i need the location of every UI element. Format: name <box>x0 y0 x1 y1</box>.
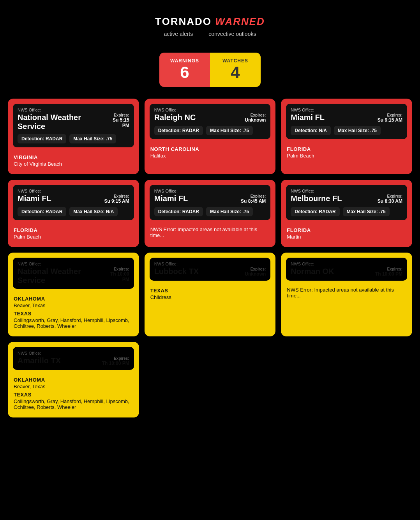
card-body: FLORIDAPalm Beach <box>286 142 407 161</box>
nws-office: National Weather Service <box>18 267 81 285</box>
expires-label: Expires: <box>241 194 266 198</box>
hail-badge: Max Hail Size: .75 <box>334 126 381 135</box>
card-nws-block: NWS Office:Lubbock TXExpires:Unknown <box>150 258 271 281</box>
card-nws-block: NWS Office:Miami FLExpires:Su 9:15 AMDet… <box>13 185 134 220</box>
warning-card[interactable]: NWS Office:Miami FLExpires:Su 8:45 AMDet… <box>145 180 276 247</box>
nav-active-alerts[interactable]: active alerts <box>164 31 193 37</box>
nws-label: NWS Office: <box>291 262 402 266</box>
detection-badge: Detection: RADAR <box>18 134 66 143</box>
warnings-summary: WARNINGS 6 <box>159 53 210 87</box>
nws-label: NWS Office: <box>18 351 129 356</box>
card-body: OKLAHOMABeaver, TexasTEXASCollingsworth,… <box>13 373 134 412</box>
expires-label: Expires: <box>378 113 402 117</box>
state-label: FLORIDA <box>287 146 406 152</box>
card-nws-block: NWS Office:Norman OKExpires:Th 10:00 PM <box>286 258 407 281</box>
card-nws-block: NWS Office:National Weather ServiceExpir… <box>13 258 134 289</box>
expires-value: Unknown <box>245 271 266 277</box>
nws-label: NWS Office: <box>291 189 402 193</box>
watches-row-1: NWS Office:National Weather ServiceExpir… <box>8 253 412 336</box>
expires-value: Unknown <box>245 117 266 123</box>
detection-badge: Detection: RADAR <box>154 126 203 135</box>
state-label: FLORIDA <box>14 227 133 233</box>
county-label: Beaver, Texas <box>14 384 133 389</box>
hail-badge: Max Hail Size: .75 <box>206 207 253 216</box>
warning-card[interactable]: NWS Office:Miami FLExpires:Su 9:15 AMDet… <box>8 180 139 247</box>
county-label: Palm Beach <box>14 234 133 240</box>
county-label: Childress <box>150 294 270 300</box>
expires-label: Expires: <box>113 113 129 117</box>
page-header: TORNADO WARNED active alerts convective … <box>8 8 412 41</box>
watch-card[interactable]: NWS Office:Amarillo TXExpires:Th 10:00 P… <box>8 342 139 417</box>
nws-label: NWS Office: <box>154 189 266 193</box>
nws-office: Lubbock TX <box>154 267 199 276</box>
card-body: FLORIDAPalm Beach <box>13 223 134 242</box>
hail-badge: Max Hail Size: N/A <box>69 207 118 216</box>
nws-office: Miami FL <box>18 194 51 203</box>
expires-label: Expires: <box>104 194 129 198</box>
expires-value: Th 10:00 PM <box>110 271 129 282</box>
watch-card[interactable]: NWS Office:Lubbock TXExpires:UnknownTEXA… <box>145 253 276 336</box>
detection-badge: Detection: RADAR <box>18 207 66 216</box>
state-label: OKLAHOMA <box>14 377 133 383</box>
state-label-2: TEXAS <box>14 392 133 398</box>
watches-summary: WATCHES 4 <box>210 53 261 87</box>
nws-office: Norman OK <box>291 267 334 276</box>
page-title: TORNADO WARNED <box>8 16 412 28</box>
watches-row-2: NWS Office:Amarillo TXExpires:Th 10:00 P… <box>8 342 412 417</box>
detection-badge: Detection: RADAR <box>291 207 339 216</box>
nav-links: active alerts convective outlooks <box>8 31 412 37</box>
nws-label: NWS Office: <box>18 262 129 266</box>
warning-card[interactable]: NWS Office:Raleigh NCExpires:UnknownDete… <box>145 99 276 174</box>
card-body: NWS Error: Impacted areas not available … <box>286 284 407 301</box>
nws-office: Miami FL <box>154 194 188 203</box>
warnings-count: 6 <box>167 64 202 81</box>
state-label: NORTH CAROLINA <box>150 146 270 152</box>
state-label: OKLAHOMA <box>14 296 133 302</box>
card-body: OKLAHOMABeaver, TexasTEXASCollingsworth,… <box>13 292 134 331</box>
nws-office: Raleigh NC <box>154 113 196 122</box>
expires-value: Th 10:00 PM <box>375 271 402 277</box>
expires-label: Expires: <box>102 356 129 361</box>
watches-label: WATCHES <box>218 58 253 64</box>
warning-card[interactable]: NWS Office:Miami FLExpires:Su 9:15 AMDet… <box>281 99 412 174</box>
expires-label: Expires: <box>375 267 402 271</box>
state-label: VIRGINIA <box>14 154 133 160</box>
county-label: City of Virginia Beach <box>14 161 133 167</box>
expires-value: Su 8:45 AM <box>241 198 266 204</box>
hail-badge: Max Hail Size: .75 <box>206 126 253 135</box>
summary-row: WARNINGS 6 WATCHES 4 <box>159 53 261 87</box>
county-label-2: Collingsworth, Gray, Hansford, Hemphill,… <box>14 398 133 410</box>
card-nws-block: NWS Office:National Weather ServiceExpir… <box>13 104 134 147</box>
expires-label: Expires: <box>245 113 266 117</box>
nws-error: NWS Error: Impacted areas not available … <box>287 285 406 300</box>
expires-value: Su 9:15 AM <box>104 198 129 204</box>
nws-office: Melbourne FL <box>291 194 342 203</box>
expires-label: Expires: <box>378 194 402 198</box>
card-body: NWS Error: Impacted areas not available … <box>150 223 271 241</box>
warning-card[interactable]: NWS Office:National Weather ServiceExpir… <box>8 99 139 174</box>
card-nws-block: NWS Office:Amarillo TXExpires:Th 10:00 P… <box>13 347 134 370</box>
county-label: Beaver, Texas <box>14 302 133 308</box>
expires-value: Su 5:15 PM <box>113 117 129 128</box>
watch-card[interactable]: NWS Office:National Weather ServiceExpir… <box>8 253 139 336</box>
state-label-2: TEXAS <box>14 311 133 317</box>
county-label: Martin <box>287 234 406 240</box>
title-tornado: TORNADO <box>155 16 212 27</box>
detection-badge: Detection: N/A <box>291 126 331 135</box>
card-nws-block: NWS Office:Miami FLExpires:Su 8:45 AMDet… <box>150 185 271 220</box>
card-nws-block: NWS Office:Melbourne FLExpires:Su 8:30 A… <box>286 185 407 220</box>
nws-error: NWS Error: Impacted areas not available … <box>150 225 270 240</box>
warnings-row-2: NWS Office:Miami FLExpires:Su 9:15 AMDet… <box>8 180 412 247</box>
nws-label: NWS Office: <box>18 108 129 112</box>
warnings-label: WARNINGS <box>167 58 202 64</box>
nav-convective-outlooks[interactable]: convective outlooks <box>208 31 256 37</box>
nws-label: NWS Office: <box>154 262 266 266</box>
county-label: Halifax <box>150 153 270 159</box>
nws-office: Miami FL <box>291 113 325 122</box>
watch-card[interactable]: NWS Office:Norman OKExpires:Th 10:00 PMN… <box>281 253 412 336</box>
state-label: FLORIDA <box>287 227 406 233</box>
hail-badge: Max Hail Size: .75 <box>69 134 116 143</box>
county-label: Palm Beach <box>287 153 406 159</box>
expires-value: Su 8:30 AM <box>378 198 402 204</box>
warning-card[interactable]: NWS Office:Melbourne FLExpires:Su 8:30 A… <box>281 180 412 247</box>
